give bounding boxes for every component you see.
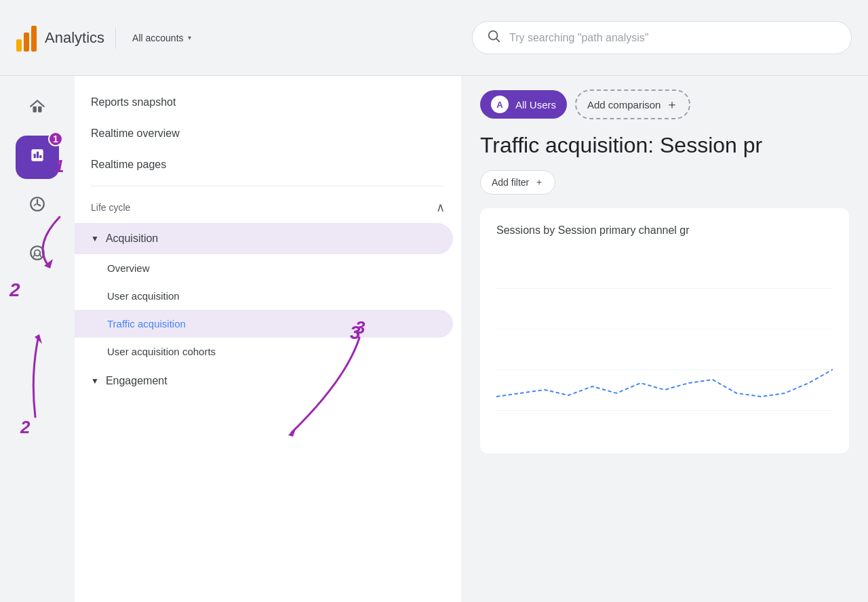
logo-area: Analytics xyxy=(16,24,104,52)
all-accounts-button[interactable]: All accounts ▾ xyxy=(127,30,196,46)
svg-rect-2 xyxy=(33,106,37,113)
comparison-bar: A All Users Add comparison ＋ xyxy=(480,89,849,119)
nav-item-acquisition[interactable]: ▼ Acquisition xyxy=(75,223,453,254)
plus-icon-filter: ＋ xyxy=(534,176,544,188)
nav-sub-item-traffic-acquisition[interactable]: Traffic acquisition xyxy=(75,310,453,338)
main-layout: 1 2 xyxy=(0,76,868,602)
chart-line-svg xyxy=(496,247,833,437)
sidebar-item-explore[interactable] xyxy=(16,184,59,228)
badge-1: 1 xyxy=(48,132,63,146)
nav-section-lifecycle[interactable]: Life cycle ∧ xyxy=(75,192,461,223)
svg-rect-3 xyxy=(38,106,41,113)
logo-bar-2 xyxy=(24,33,29,52)
icon-sidebar: 1 2 xyxy=(0,76,75,602)
nav-divider-1 xyxy=(91,186,445,186)
nav-sub-item-user-acquisition[interactable]: User acquisition xyxy=(75,282,453,310)
all-users-avatar: A xyxy=(491,96,509,113)
svg-point-9 xyxy=(31,246,44,260)
explore-icon xyxy=(28,195,46,217)
reports-icon xyxy=(28,146,46,168)
top-header: Analytics All accounts ▾ Try searching "… xyxy=(0,0,868,76)
chevron-up-icon: ∧ xyxy=(436,200,445,215)
expand-arrow-icon: ▼ xyxy=(91,234,99,243)
svg-rect-7 xyxy=(39,155,41,158)
filter-bar: Add filter ＋ xyxy=(480,170,849,195)
header-divider xyxy=(115,27,116,49)
app-title: Analytics xyxy=(45,29,104,47)
plus-icon: ＋ xyxy=(666,96,678,113)
sidebar-item-reports[interactable]: 1 xyxy=(16,136,59,179)
nav-menu: Reports snapshot Realtime overview Realt… xyxy=(75,76,461,602)
advertising-icon xyxy=(28,244,46,266)
analytics-logo xyxy=(16,24,37,52)
add-comparison-chip[interactable]: Add comparison ＋ xyxy=(575,89,690,119)
svg-line-1 xyxy=(496,39,499,41)
nav-item-realtime-overview[interactable]: Realtime overview xyxy=(75,118,453,149)
annotation-label-3: 3 xyxy=(355,317,365,338)
page-title: Traffic acquisition: Session pr xyxy=(480,133,849,158)
sidebar-item-advertising[interactable] xyxy=(16,233,59,277)
nav-item-realtime-pages[interactable]: Realtime pages xyxy=(75,149,453,180)
annotation-label-1: 1 xyxy=(54,156,64,177)
chart-card-title: Sessions by Session primary channel gr xyxy=(496,224,833,237)
search-icon xyxy=(486,28,501,47)
annotation-label-2: 2 xyxy=(20,417,30,438)
svg-rect-5 xyxy=(34,154,36,159)
nav-sub-item-user-acquisition-cohorts[interactable]: User acquisition cohorts xyxy=(75,338,453,365)
search-bar[interactable]: Try searching "path analysis" xyxy=(472,21,852,54)
chart-card: Sessions by Session primary channel gr xyxy=(480,208,849,454)
search-placeholder: Try searching "path analysis" xyxy=(509,32,649,44)
add-filter-button[interactable]: Add filter ＋ xyxy=(480,170,555,195)
sidebar-item-home[interactable] xyxy=(16,87,59,130)
nav-sub-item-overview[interactable]: Overview xyxy=(75,254,453,282)
chevron-down-icon: ▾ xyxy=(188,34,191,41)
logo-bar-3 xyxy=(31,26,37,52)
all-users-chip[interactable]: A All Users xyxy=(480,90,567,119)
logo-bar-1 xyxy=(16,39,22,52)
nav-item-engagement[interactable]: ▼ Engagement xyxy=(75,365,461,397)
main-content: A All Users Add comparison ＋ Traffic acq… xyxy=(461,76,868,602)
chart-area xyxy=(496,247,833,437)
home-icon xyxy=(28,98,46,119)
annotation-2: 2 xyxy=(9,279,20,301)
svg-rect-6 xyxy=(37,152,39,159)
engagement-arrow-icon: ▼ xyxy=(91,376,99,386)
nav-item-reports-snapshot[interactable]: Reports snapshot xyxy=(75,87,453,118)
